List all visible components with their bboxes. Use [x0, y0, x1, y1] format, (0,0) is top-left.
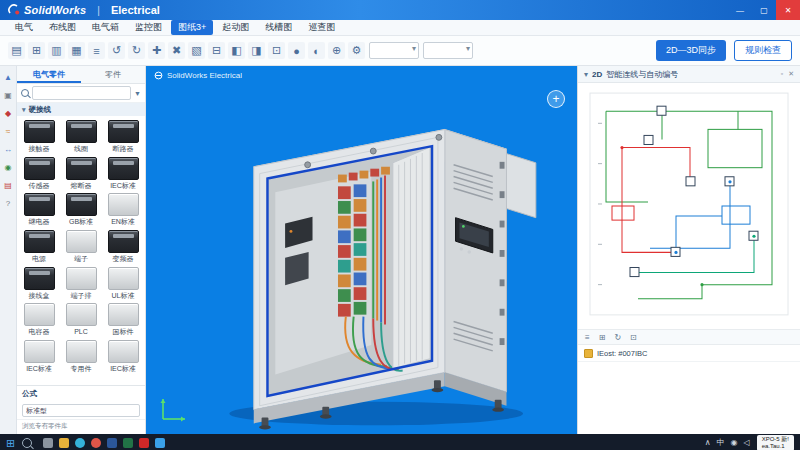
component-tree-icon[interactable]: ≡: [88, 42, 105, 59]
solidworks-icon[interactable]: [139, 438, 149, 448]
edge-browser-icon[interactable]: [75, 438, 85, 448]
parts-search-input[interactable]: [32, 86, 131, 100]
part-item[interactable]: 断路器: [102, 118, 144, 154]
part-item[interactable]: 接线盒: [18, 265, 60, 301]
3d-viewport[interactable]: SolidWorks Electrical +: [146, 66, 577, 434]
workspace: ▲▣◆≈↔◉▤? 电气零件零件 ▼ 硬接线 接触器: [0, 66, 800, 434]
chrome-browser-icon[interactable]: [91, 438, 101, 448]
part-item[interactable]: 线圈: [60, 118, 102, 154]
left-pane-icon[interactable]: ◧: [228, 42, 245, 59]
cabinet-layout-icon[interactable]: ▦: [68, 42, 85, 59]
project-manager-icon[interactable]: ▤: [8, 42, 25, 59]
help-icon[interactable]: ?: [6, 200, 10, 208]
schematic-icon[interactable]: ▥: [48, 42, 65, 59]
formula-input[interactable]: [22, 404, 140, 417]
task-view-icon[interactable]: [43, 438, 53, 448]
part-item[interactable]: EN标准: [102, 191, 144, 227]
settings-icon[interactable]: ⚙: [348, 42, 365, 59]
start-button[interactable]: ⊞: [6, 438, 15, 449]
part-item[interactable]: IEC标准: [102, 338, 144, 374]
select-tool-icon[interactable]: ▲: [4, 74, 12, 82]
windows-taskbar: ⊞ ∧中◉◁ XPO-5 新! ea.Tau.1: [0, 434, 800, 450]
close-icon[interactable]: ✕: [788, 70, 794, 78]
settings-icon[interactable]: [155, 438, 165, 448]
part-item[interactable]: IEC标准: [102, 155, 144, 191]
wires-icon[interactable]: ≈: [6, 128, 10, 136]
part-item[interactable]: 变频器: [102, 228, 144, 264]
part-item[interactable]: GB标准: [60, 191, 102, 227]
part-item[interactable]: PLC: [60, 301, 102, 337]
menu-item[interactable]: 监控图: [128, 20, 169, 35]
part-item[interactable]: 端子: [60, 228, 102, 264]
sync-2d-3d-button[interactable]: 2D—3D同步: [656, 40, 726, 61]
add-annotation-button[interactable]: +: [547, 90, 565, 108]
measure-icon[interactable]: ↔: [4, 146, 12, 154]
menu-item[interactable]: 电气: [8, 20, 40, 35]
delete-icon[interactable]: ✖: [168, 42, 185, 59]
notification-popup[interactable]: XPO-5 新! ea.Tau.1: [757, 435, 794, 450]
wire-route-icon[interactable]: ▧: [188, 42, 205, 59]
close-button[interactable]: ✕: [776, 0, 800, 20]
origin-icon[interactable]: ⊡: [268, 42, 285, 59]
components-icon[interactable]: ▣: [4, 92, 12, 100]
part-item[interactable]: 电容器: [18, 301, 60, 337]
part-item[interactable]: IEC标准: [18, 338, 60, 374]
part-item[interactable]: 继电器: [18, 191, 60, 227]
tray-expand-icon[interactable]: ∧: [705, 439, 711, 447]
wire-style-icon[interactable]: ●: [288, 42, 305, 59]
rule-check-button[interactable]: 规则检查: [734, 40, 792, 61]
excel-icon[interactable]: [123, 438, 133, 448]
taskbar-search-icon[interactable]: [22, 438, 32, 448]
part-item[interactable]: 国标件: [102, 301, 144, 337]
volume-icon[interactable]: ◁: [744, 439, 750, 447]
terminal-strip-icon[interactable]: ⊟: [208, 42, 225, 59]
pin-icon[interactable]: ▫: [781, 70, 783, 78]
library-tab[interactable]: 零件: [81, 66, 145, 83]
collapse-icon[interactable]: ▾: [584, 70, 588, 79]
formula-section: 公式: [17, 385, 145, 420]
menu-item[interactable]: 图纸3+: [171, 20, 213, 35]
file-explorer-icon[interactable]: [59, 438, 69, 448]
library-section-header[interactable]: 硬接线: [17, 103, 145, 116]
ime-indicator[interactable]: 中: [717, 439, 725, 447]
layer-combo[interactable]: [423, 42, 473, 59]
minimize-button[interactable]: —: [728, 0, 752, 20]
part-item[interactable]: 端子排: [60, 265, 102, 301]
menu-item[interactable]: 起动图: [215, 20, 256, 35]
zoom-in-icon[interactable]: ⊕: [328, 42, 345, 59]
new-drawing-icon[interactable]: ⊞: [28, 42, 45, 59]
contrast-icon[interactable]: ◐: [308, 42, 325, 59]
part-item[interactable]: 传感器: [18, 155, 60, 191]
menu-item[interactable]: 巡查图: [301, 20, 342, 35]
add-component-icon[interactable]: ✚: [148, 42, 165, 59]
menu-item[interactable]: 线槽图: [258, 20, 299, 35]
layers-icon[interactable]: ▤: [4, 182, 12, 190]
electrical-cabinet-model[interactable]: [146, 66, 577, 434]
list-view-icon[interactable]: ≡: [585, 333, 590, 342]
right-pane-icon[interactable]: ◨: [248, 42, 265, 59]
maximize-button[interactable]: ▢: [752, 0, 776, 20]
camera-icon[interactable]: ◉: [5, 164, 12, 172]
part-label: 熔断器: [60, 182, 102, 190]
part-item[interactable]: 电源: [18, 228, 60, 264]
network-icon[interactable]: ◉: [731, 439, 738, 447]
filter-icon[interactable]: ▼: [134, 90, 141, 97]
redo-icon[interactable]: ↻: [128, 42, 145, 59]
part-thumbnail: [108, 120, 139, 143]
word-icon[interactable]: [107, 438, 117, 448]
refresh-icon[interactable]: ↻: [614, 333, 621, 342]
menu-item[interactable]: 布线图: [42, 20, 83, 35]
scale-combo[interactable]: [369, 42, 419, 59]
menu-item[interactable]: 电气箱: [85, 20, 126, 35]
zoom-fit-icon[interactable]: ⊡: [630, 333, 637, 342]
alert-icon[interactable]: ◆: [5, 110, 11, 118]
part-item[interactable]: 专用件: [60, 338, 102, 374]
library-tab[interactable]: 电气零件: [17, 66, 81, 83]
app-logo: SolidWorks | Electrical: [8, 4, 160, 16]
part-item[interactable]: 接触器: [18, 118, 60, 154]
part-item[interactable]: UL标准: [102, 265, 144, 301]
schematic-drawing[interactable]: [578, 83, 800, 330]
grid-view-icon[interactable]: ⊞: [599, 333, 606, 342]
undo-icon[interactable]: ↺: [108, 42, 125, 59]
part-item[interactable]: 熔断器: [60, 155, 102, 191]
